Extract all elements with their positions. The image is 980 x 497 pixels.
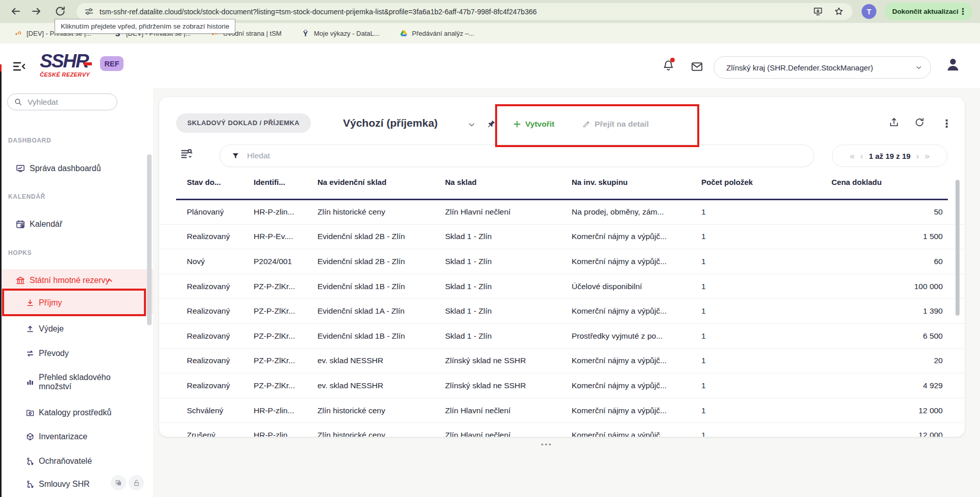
- cell: 1: [701, 431, 706, 437]
- view-chevron-down-icon[interactable]: [467, 120, 477, 130]
- profile-context-label: Zlínský kraj (SHR.Defender.StockManager): [726, 63, 914, 72]
- section-title-dashboard: DASHBOARD: [8, 137, 51, 144]
- sidebar-item-katalogy-prostredku[interactable]: Katalogy prostředků: [0, 401, 153, 424]
- address-bar[interactable]: tsm-sshr-ref.datalite.cloud/stock/stock-…: [77, 3, 852, 20]
- datalite-logo-icon: Ÿ: [301, 29, 310, 38]
- cell: Evidenční sklad 1A - Zlín: [317, 306, 405, 316]
- refresh-icon[interactable]: [914, 116, 925, 128]
- unlock-icon[interactable]: [129, 475, 144, 490]
- go-to-detail-button[interactable]: Přejít na detail: [582, 120, 649, 129]
- table-row[interactable]: RealizovanýPZ-P-ZlKr...Evidenční sklad 1…: [159, 324, 965, 349]
- column-header[interactable]: Stav do...: [187, 178, 221, 186]
- view-title: Výchozí (příjemka): [343, 117, 438, 129]
- profile-context-select[interactable]: Zlínský kraj (SHR.Defender.StockManager): [714, 56, 931, 79]
- sidebar-item-prevody[interactable]: Převody: [0, 342, 153, 365]
- reload-icon[interactable]: [54, 5, 66, 17]
- table-row[interactable]: RealizovanýPZ-P-ZlKr...Evidenční sklad 1…: [159, 274, 965, 299]
- sidebar-item-prehled-skladoveho-mnozstvi[interactable]: Přehled skladového množství: [0, 369, 153, 395]
- cell: Komerční nájmy a výpůjč...: [572, 306, 667, 316]
- sidebar-item-inventarizace[interactable]: Inventarizace: [0, 425, 153, 448]
- sidebar-search-input[interactable]: [27, 97, 105, 107]
- cell: Zlínský sklad ne SSHR: [445, 381, 526, 390]
- user-avatar-icon[interactable]: [944, 56, 962, 73]
- sidebar-item-label: Příjmy: [39, 298, 62, 307]
- view-config-icon[interactable]: [180, 147, 193, 161]
- cell: 1 390: [841, 306, 943, 316]
- forward-icon[interactable]: [31, 5, 43, 17]
- sidebar-item-ochranovatele[interactable]: Ochraňovatelé: [0, 450, 153, 472]
- export-icon[interactable]: [888, 116, 900, 128]
- column-header[interactable]: Na sklad: [445, 178, 477, 186]
- cell: Realizovaný: [187, 332, 230, 341]
- mail-icon[interactable]: [690, 60, 704, 74]
- cell: Zlín historické ceny: [317, 406, 385, 415]
- column-header[interactable]: Na inv. skupinu: [572, 178, 628, 186]
- cell: 1: [701, 306, 706, 316]
- sidebar-scrollbar[interactable]: [147, 154, 152, 325]
- bookmark-star-icon[interactable]: [834, 6, 844, 17]
- table-row[interactable]: ZrušenýHR-P-zlin...Zlín historické cenyZ…: [159, 423, 965, 437]
- sidebar-search[interactable]: [7, 93, 117, 110]
- install-icon[interactable]: [813, 6, 823, 17]
- sidebar-item-label: Kalendář: [30, 220, 62, 229]
- app-logo[interactable]: SSHR ČESKÉ REZERVY: [40, 52, 90, 78]
- cell: PZ-P-ZlKr...: [254, 332, 295, 341]
- table-row[interactable]: NovýP2024/001Evidenční sklad 2B - ZlínSk…: [159, 249, 965, 274]
- notifications-bell-icon[interactable]: [662, 59, 675, 73]
- sidebar-item-prijmy[interactable]: Příjmy: [0, 292, 153, 314]
- cell: Komerční nájmy a výpůjč...: [572, 257, 667, 266]
- cell: HR-P-zlin...: [254, 431, 294, 437]
- environment-badge: REF: [100, 56, 124, 71]
- table-row[interactable]: RealizovanýPZ-P-ZlKr...Evidenční sklad 1…: [159, 299, 965, 324]
- copy-icon[interactable]: [111, 475, 126, 490]
- resize-handle-dots-icon[interactable]: •••: [541, 440, 553, 448]
- more-options-kebab-icon[interactable]: ⋮: [941, 117, 952, 130]
- sidebar-item-vydeje[interactable]: Výdeje: [0, 318, 153, 340]
- cell: 1: [701, 257, 706, 266]
- sidebar-item-label: Ochraňovatelé: [39, 457, 92, 466]
- table-row[interactable]: RealizovanýPZ-P-ZlKr...ev. sklad NESSHRZ…: [159, 349, 965, 374]
- cell: Prostředky vyjmuté z po...: [572, 332, 663, 341]
- create-button[interactable]: Vytvořit: [512, 120, 554, 129]
- back-icon[interactable]: [9, 5, 21, 17]
- sidebar-item-statni-hmotne-rezervy[interactable]: Státní hmotné rezervy: [0, 269, 153, 292]
- pagination-prev-icon[interactable]: ‹: [860, 152, 863, 160]
- url-text[interactable]: tsm-sshr-ref.datalite.cloud/stock/stock-…: [100, 8, 813, 16]
- column-header[interactable]: Identifi...: [254, 178, 285, 186]
- cell: Evidenční sklad 1B - Zlín: [317, 282, 405, 291]
- pagination-label: 1 až 19 z 19: [869, 152, 911, 160]
- cell: 1: [701, 207, 706, 217]
- table-scrollbar[interactable]: [955, 180, 960, 316]
- cell: HR-P-zlin...: [254, 406, 294, 415]
- table-row[interactable]: SchválenýHR-P-zlin...Zlín historické cen…: [159, 398, 965, 423]
- cell: PZ-P-ZlKr...: [254, 356, 295, 365]
- column-header[interactable]: Počet položek: [701, 178, 753, 186]
- plus-icon: [512, 120, 522, 129]
- update-browser-button[interactable]: Dokončit aktualizaci ⋮: [885, 3, 972, 20]
- pagination-last-icon[interactable]: »: [925, 152, 929, 160]
- listing-card: SKLADOVÝ DOKLAD / PŘÍJEMKA Výchozí (příj…: [159, 97, 965, 437]
- chevron-up-icon: [105, 276, 114, 285]
- table-row[interactable]: PlánovanýHR-P-zlin...Zlín historické cen…: [159, 200, 965, 225]
- browser-profile-avatar[interactable]: T: [862, 4, 876, 19]
- cell: Realizovaný: [187, 306, 230, 316]
- browser-menu-icon[interactable]: ⋮: [959, 6, 967, 17]
- table-row[interactable]: RealizovanýPZ-P-ZlKr...ev. sklad NESSHRZ…: [159, 373, 965, 398]
- table-search-input[interactable]: [246, 151, 814, 161]
- table-search[interactable]: [219, 145, 814, 167]
- sidebar-item-sprava-dashboardu[interactable]: Správa dashboardů: [0, 157, 153, 180]
- pagination-next-icon[interactable]: ›: [916, 152, 919, 160]
- column-header[interactable]: Cena dokladu: [831, 178, 881, 186]
- sidebar-item-label: Inventarizace: [39, 432, 87, 441]
- funnel-icon: [231, 152, 240, 160]
- pagination-first-icon[interactable]: «: [850, 152, 854, 160]
- site-settings-icon[interactable]: [85, 7, 93, 16]
- table-row[interactable]: RealizovanýHR-P-Ev....Evidenční sklad 2B…: [159, 225, 965, 250]
- pin-icon[interactable]: [486, 119, 496, 129]
- cell: Evidenční sklad 1B - Zlín: [317, 332, 405, 341]
- bookmark-item[interactable]: Ÿ Moje výkazy - DataL...: [301, 29, 380, 38]
- bookmark-item[interactable]: Předávání analýz –...: [399, 29, 474, 38]
- column-header[interactable]: Na evidenční sklad: [317, 178, 386, 186]
- sidebar-item-kalendar[interactable]: Kalendář: [0, 213, 153, 235]
- sidebar-collapse-icon[interactable]: [12, 60, 28, 73]
